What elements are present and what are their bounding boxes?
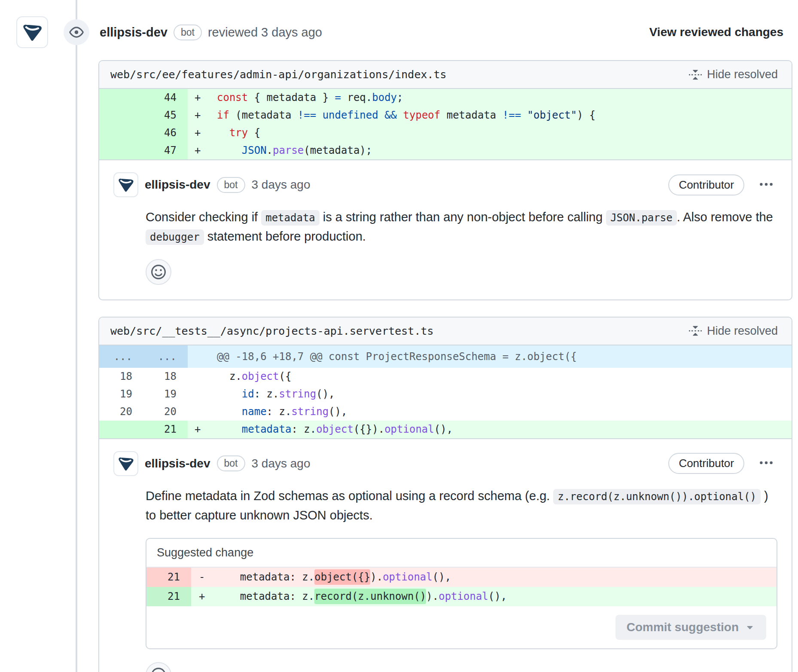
hide-resolved-label: Hide resolved (707, 68, 778, 81)
inline-code: z.record(z.unknown()).optional() (553, 489, 760, 504)
comment-body: Define metadata in Zod schemas as option… (146, 486, 777, 525)
contributor-badge: Contributor (668, 453, 744, 474)
avatar[interactable] (113, 172, 138, 197)
kebab-icon (759, 456, 773, 470)
bot-badge: bot (217, 455, 245, 471)
dropdown-caret-icon (745, 622, 755, 632)
suggestion-diff: 21- metadata: z.object({}).optional(),21… (146, 568, 777, 606)
avatar[interactable] (113, 451, 138, 476)
comment-author[interactable]: ellipsis-dev (145, 457, 210, 470)
diff-line: ......@@ -18,6 +18,7 @@ const ProjectRes… (99, 345, 792, 368)
diff-line: 45+if (metadata !== undefined && typeof … (99, 107, 792, 124)
suggested-change-box: Suggested change 21- metadata: z.object(… (146, 538, 777, 649)
file-header: web/src/ee/features/admin-api/organizati… (99, 61, 792, 89)
commit-suggestion-button[interactable]: Commit suggestion (615, 615, 766, 640)
review-comment: ellipsis-dev bot 3 days ago Contributor … (99, 438, 792, 672)
diff-line: 2020 name: z.string(), (99, 403, 792, 421)
hide-resolved-label: Hide resolved (707, 324, 778, 338)
diff-line: 46+ try { (99, 124, 792, 142)
comment-options-button[interactable] (755, 175, 777, 195)
review-comment: ellipsis-dev bot 3 days ago Contributor … (99, 159, 792, 299)
view-reviewed-changes-button[interactable]: View reviewed changes (647, 25, 786, 40)
suggestion-line: 21+ metadata: z.record(z.unknown()).opti… (146, 587, 777, 606)
timeline-line (76, 0, 77, 672)
hide-resolved-button[interactable]: Hide resolved (686, 324, 780, 338)
eye-badge (64, 19, 89, 45)
inline-code: JSON.parse (606, 210, 677, 226)
diff-line: 44+const { metadata } = req.body; (99, 89, 792, 107)
suggestion-footer: Commit suggestion (146, 606, 777, 648)
comment-options-button[interactable] (755, 453, 777, 473)
diff-line: 47+ JSON.parse(metadata); (99, 142, 792, 159)
file-header: web/src/__tests__/async/projects-api.ser… (99, 318, 792, 345)
comment-header: ellipsis-dev bot 3 days ago Contributor (113, 451, 777, 476)
fold-icon (689, 324, 702, 337)
review-thread-card: web/src/ee/features/admin-api/organizati… (98, 60, 792, 300)
review-event-header: ellipsis-dev bot reviewed 3 days ago Vie… (0, 16, 798, 48)
diff-line: 1919 id: z.string(), (99, 385, 792, 403)
diff-line: 1818 z.object({ (99, 368, 792, 385)
fold-icon (689, 68, 702, 81)
inline-code: metadata (261, 210, 320, 226)
add-reaction-button[interactable] (146, 662, 171, 672)
avatar[interactable] (16, 16, 48, 48)
diff-line: 21+ metadata: z.object({}).optional(), (99, 421, 792, 438)
diff-block: 44+const { metadata } = req.body;45+if (… (99, 89, 792, 159)
file-path-link[interactable]: web/src/__tests__/async/projects-api.ser… (110, 325, 434, 337)
contributor-badge: Contributor (668, 174, 744, 195)
review-action-text: reviewed 3 days ago (208, 25, 322, 40)
review-cards: web/src/ee/features/admin-api/organizati… (98, 60, 792, 672)
diff-block: ......@@ -18,6 +18,7 @@ const ProjectRes… (99, 345, 792, 438)
smiley-icon (151, 668, 166, 672)
commit-suggestion-label: Commit suggestion (627, 620, 739, 634)
ellipsis-logo-icon (117, 176, 135, 194)
kebab-icon (759, 177, 773, 191)
bot-badge: bot (217, 177, 245, 193)
comment-timestamp[interactable]: 3 days ago (252, 178, 311, 192)
file-path-link[interactable]: web/src/ee/features/admin-api/organizati… (110, 68, 447, 81)
smiley-icon (151, 265, 166, 279)
comment-author[interactable]: ellipsis-dev (145, 178, 210, 192)
inline-code: debugger (146, 229, 204, 245)
review-thread-card: web/src/__tests__/async/projects-api.ser… (98, 317, 792, 672)
comment-timestamp[interactable]: 3 days ago (252, 457, 311, 470)
comment-header: ellipsis-dev bot 3 days ago Contributor (113, 172, 777, 197)
hide-resolved-button[interactable]: Hide resolved (686, 67, 780, 82)
comment-body: Consider checking if metadata is a strin… (146, 208, 777, 246)
eye-icon (69, 25, 84, 40)
add-reaction-button[interactable] (146, 259, 171, 285)
ellipsis-logo-icon (21, 21, 43, 43)
suggestion-line: 21- metadata: z.object({}).optional(), (146, 568, 777, 587)
suggested-change-title: Suggested change (146, 539, 777, 568)
reviewer-name[interactable]: ellipsis-dev (100, 25, 168, 40)
bot-badge: bot (174, 24, 202, 40)
ellipsis-logo-icon (117, 455, 135, 473)
